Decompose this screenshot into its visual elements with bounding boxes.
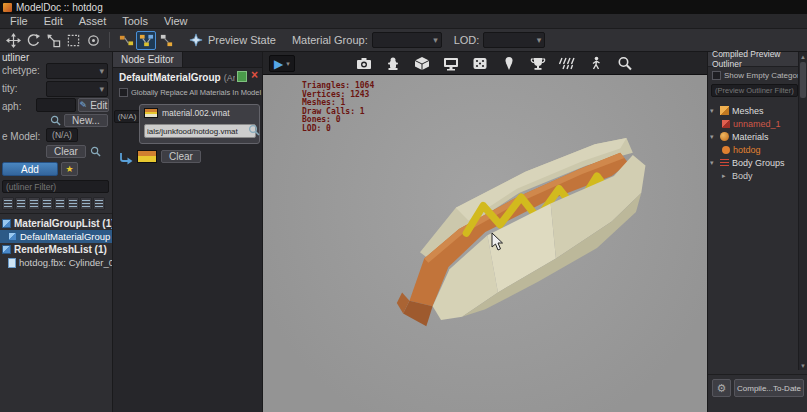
ice-cream-icon[interactable] xyxy=(500,56,518,71)
new-button[interactable]: New... xyxy=(64,114,108,127)
motion-lines-icon[interactable] xyxy=(558,56,576,71)
outliner-panel: utliner chetype: ▾ tity: ▾ aph: ✎ Edit N… xyxy=(0,52,113,412)
list-view-icon[interactable] xyxy=(2,197,14,210)
preview-state-label: Preview State xyxy=(208,34,276,46)
material-path-input[interactable] xyxy=(144,124,256,138)
select-box-icon[interactable] xyxy=(63,31,83,50)
compiled-preview-tree: ▾ Meshes unnamed_1 ▾ Materials hotdog ▾ … xyxy=(710,104,798,182)
archetype-dropdown[interactable]: ▾ xyxy=(46,63,108,79)
node-editor-tab[interactable]: Node Editor xyxy=(113,52,183,67)
clear-button-label: Clear xyxy=(169,151,193,162)
material-name: material.002.vmat xyxy=(162,108,230,118)
edit-button[interactable]: ✎ Edit xyxy=(78,98,109,112)
rotate-tool-icon[interactable] xyxy=(23,31,43,50)
tree-row-materials[interactable]: ▾ Materials xyxy=(710,130,798,143)
graph-input[interactable] xyxy=(36,98,76,112)
zoom-icon[interactable] xyxy=(616,56,634,71)
mesh-file-icon xyxy=(8,258,16,268)
menu-tools[interactable]: Tools xyxy=(114,15,156,27)
tree-row-hotdog-fbx[interactable]: hotdog.fbx: Cylinder_001 xyxy=(0,256,112,269)
outliner-filter-input[interactable] xyxy=(2,180,109,193)
close-icon[interactable]: × xyxy=(251,68,258,82)
viewport-3d[interactable]: ▶ ▾ xyxy=(263,52,707,412)
filter-view-icon[interactable] xyxy=(54,197,66,210)
search-icon[interactable] xyxy=(50,115,61,128)
sort-view-icon[interactable] xyxy=(67,197,79,210)
tree-row-hotdog-material[interactable]: hotdog xyxy=(710,143,798,156)
window-title: ModelDoc :: hotdog xyxy=(16,2,103,13)
tree-row-meshes[interactable]: ▾ Meshes xyxy=(710,104,798,117)
trophy-icon[interactable] xyxy=(529,56,547,71)
scale-tool-icon[interactable] xyxy=(43,31,63,50)
camera-icon[interactable] xyxy=(355,56,373,71)
tree-row-body-groups[interactable]: ▾ Body Groups xyxy=(710,156,798,169)
render-mesh-list-icon xyxy=(2,245,11,254)
tree-row-defaultmaterialgroup[interactable]: DefaultMaterialGroup xyxy=(0,230,112,243)
tree-label: Body xyxy=(732,171,753,181)
scroll-up-icon[interactable]: ▲ xyxy=(799,52,807,61)
scroll-down-icon[interactable]: ▼ xyxy=(799,361,807,370)
lod-dropdown[interactable]: ▾ xyxy=(483,32,545,48)
pencil-icon: ✎ xyxy=(80,100,88,110)
scrollbar-thumb[interactable] xyxy=(800,62,806,98)
cube-icon[interactable] xyxy=(413,56,431,71)
menu-asset[interactable]: Asset xyxy=(71,15,115,27)
play-icon: ▶ xyxy=(274,58,283,70)
node-input-port[interactable]: (N/A) xyxy=(114,110,140,123)
mesh-category-icon xyxy=(720,106,729,115)
favorites-button[interactable]: ★ xyxy=(61,162,78,176)
node-graph-area[interactable]: (N/A) material.002.vmat Clear xyxy=(113,100,262,412)
material-node[interactable]: material.002.vmat xyxy=(139,104,260,144)
outliner-tree: MaterialGroupList (1) DefaultMaterialGro… xyxy=(0,217,112,269)
preview-outliner-filter-input[interactable] xyxy=(711,84,798,97)
collapse-all-icon[interactable] xyxy=(41,197,53,210)
document-icon[interactable] xyxy=(237,71,247,82)
compile-settings-button[interactable]: ⚙ xyxy=(712,379,731,397)
hotdog-model[interactable] xyxy=(361,102,656,340)
menu-edit[interactable]: Edit xyxy=(36,15,71,27)
menu-view[interactable]: View xyxy=(156,15,196,27)
menu-file[interactable]: File xyxy=(2,15,36,27)
titlebar[interactable]: ModelDoc :: hotdog xyxy=(0,0,807,14)
expander-icon[interactable]: ▾ xyxy=(710,133,717,141)
entity-dropdown[interactable]: ▾ xyxy=(46,81,108,97)
search-icon[interactable] xyxy=(90,146,101,159)
clear-material-button[interactable]: Clear xyxy=(161,150,201,163)
monitor-icon[interactable] xyxy=(442,56,460,71)
expander-icon[interactable]: ▾ xyxy=(710,159,717,167)
compile-button[interactable]: Compile...To-Date xyxy=(734,379,804,397)
hydrant-icon[interactable] xyxy=(384,56,402,71)
entity-label: tity: xyxy=(2,83,18,94)
lod-label: LOD: xyxy=(454,34,480,46)
scrollbar[interactable]: ▲ ▼ xyxy=(798,52,807,370)
expander-icon[interactable]: ▾ xyxy=(710,107,717,115)
node-view-3-icon[interactable] xyxy=(156,31,176,50)
play-button[interactable]: ▶ ▾ xyxy=(269,55,295,72)
add-button[interactable]: Add xyxy=(2,162,58,176)
pivot-tool-icon[interactable] xyxy=(83,31,103,50)
tree-row-body[interactable]: ▸ Body xyxy=(710,169,798,182)
tree-row-materialgrouplist[interactable]: MaterialGroupList (1) xyxy=(0,217,112,230)
viewport-toolbar: ▶ ▾ xyxy=(263,52,707,75)
expand-all-icon[interactable] xyxy=(28,197,40,210)
show-empty-categories-checkbox[interactable] xyxy=(712,71,721,80)
tree-row-rendermeshlist[interactable]: RenderMeshList (1) xyxy=(0,243,112,256)
dice-icon[interactable] xyxy=(471,56,489,71)
tree-label: Meshes xyxy=(732,106,764,116)
tree-row-unnamed-1[interactable]: unnamed_1 xyxy=(710,117,798,130)
outliner-view-toolbar xyxy=(2,197,105,210)
search-icon[interactable] xyxy=(248,124,260,138)
node-view-1-icon[interactable] xyxy=(116,31,136,50)
material-group-dropdown[interactable]: ▾ xyxy=(372,32,442,48)
replace-materials-checkbox[interactable] xyxy=(119,88,128,97)
group-view-icon[interactable] xyxy=(80,197,92,210)
expander-icon[interactable]: ▸ xyxy=(722,172,729,180)
settings-view-icon[interactable] xyxy=(93,197,105,210)
node-view-2-icon[interactable] xyxy=(136,31,156,50)
move-tool-icon[interactable] xyxy=(3,31,23,50)
clear-model-button[interactable]: Clear xyxy=(46,145,86,158)
material-node-title-row: material.002.vmat xyxy=(140,105,259,118)
walking-person-icon[interactable] xyxy=(587,56,605,71)
tree-view-icon[interactable] xyxy=(15,197,27,210)
material-group-icon xyxy=(8,232,17,241)
